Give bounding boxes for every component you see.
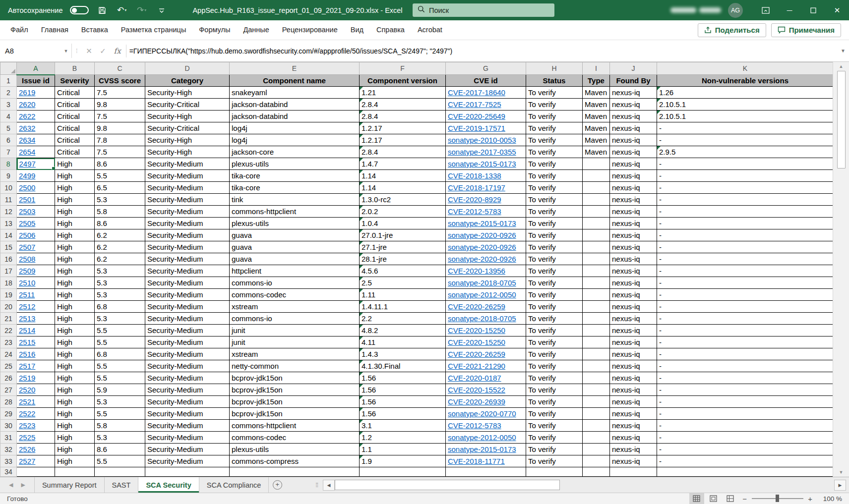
component-name-cell[interactable]: commons-io <box>230 313 360 325</box>
type-cell[interactable]: Maven <box>583 87 610 99</box>
minimize-button[interactable]: ─ <box>778 0 801 20</box>
sheet-tab-2[interactable]: SCA Security <box>138 477 198 493</box>
found-by-cell[interactable]: nexus-iq <box>610 432 657 444</box>
autosave-toggle[interactable] <box>70 6 89 14</box>
category-cell[interactable]: Security-Medium <box>145 408 230 420</box>
component-version-cell[interactable]: 1.21 <box>360 87 446 99</box>
category-cell[interactable]: Security-Medium <box>145 301 230 313</box>
save-icon[interactable] <box>96 4 109 17</box>
row-header-31[interactable]: 31 <box>0 432 17 444</box>
cvss-score-cell[interactable]: 5.3 <box>95 194 145 206</box>
partial-cell[interactable] <box>55 467 95 477</box>
cvss-score-cell[interactable]: 9.8 <box>95 122 145 134</box>
cvss-score-cell[interactable]: 5.5 <box>95 360 145 372</box>
type-cell[interactable] <box>583 206 610 218</box>
non-vulnerable-versions-cell[interactable]: - <box>657 420 833 432</box>
cve-id-cell[interactable]: CVE-2020-15522 <box>446 384 526 396</box>
non-vulnerable-versions-cell[interactable]: - <box>657 396 833 408</box>
found-by-cell[interactable]: nexus-iq <box>610 158 657 170</box>
component-name-cell[interactable]: log4j <box>230 122 360 134</box>
search-box[interactable]: Поиск <box>413 3 554 17</box>
partial-cell[interactable] <box>610 467 657 477</box>
issue-id-link[interactable]: 2507 <box>19 243 35 251</box>
status-cell[interactable]: To verify <box>526 408 583 420</box>
cve-id-cell[interactable]: sonatype-2015-0173 <box>446 158 526 170</box>
issue-id-link[interactable]: 2497 <box>19 160 36 168</box>
table-header-cell[interactable]: Category <box>145 75 230 87</box>
type-cell[interactable] <box>583 277 610 289</box>
issue-id-cell[interactable]: 2497 <box>17 158 55 170</box>
cvss-score-cell[interactable]: 9.8 <box>95 99 145 111</box>
column-header-A[interactable]: A <box>17 62 55 75</box>
severity-cell[interactable]: High <box>55 301 95 313</box>
issue-id-link[interactable]: 2523 <box>19 421 35 430</box>
menu-tab-9[interactable]: Acrobat <box>411 20 449 40</box>
found-by-cell[interactable]: nexus-iq <box>610 444 657 455</box>
cve-link[interactable]: CVE-2020-15250 <box>448 338 505 346</box>
cve-id-cell[interactable]: sonatype-2015-0173 <box>446 218 526 229</box>
type-cell[interactable] <box>583 348 610 360</box>
component-name-cell[interactable]: tika-core <box>230 170 360 182</box>
issue-id-link[interactable]: 2519 <box>19 374 35 382</box>
non-vulnerable-versions-cell[interactable]: - <box>657 301 833 313</box>
issue-id-link[interactable]: 2506 <box>19 231 35 239</box>
menu-tab-2[interactable]: Вставка <box>75 20 115 40</box>
component-name-cell[interactable]: bcprov-jdk15on <box>230 396 360 408</box>
type-cell[interactable] <box>583 313 610 325</box>
type-cell[interactable]: Maven <box>583 122 610 134</box>
menu-tab-6[interactable]: Рецензирование <box>276 20 344 40</box>
issue-id-cell[interactable]: 2620 <box>17 99 55 111</box>
found-by-cell[interactable]: nexus-iq <box>610 396 657 408</box>
cve-link[interactable]: CVE-2020-8929 <box>448 195 501 204</box>
issue-id-cell[interactable]: 2503 <box>17 206 55 218</box>
partial-cell[interactable] <box>526 467 583 477</box>
issue-id-cell[interactable]: 2632 <box>17 122 55 134</box>
severity-cell[interactable]: Critical <box>55 99 95 111</box>
cve-link[interactable]: sonatype-2020-0926 <box>448 243 516 251</box>
issue-id-link[interactable]: 2654 <box>19 148 35 156</box>
status-cell[interactable]: To verify <box>526 229 583 241</box>
row-header-32[interactable]: 32 <box>0 444 17 455</box>
cvss-score-cell[interactable]: 7.8 <box>95 134 145 146</box>
component-version-cell[interactable]: 1.4.3 <box>360 348 446 360</box>
component-name-cell[interactable]: junit <box>230 325 360 336</box>
row-header-2[interactable]: 2 <box>0 87 17 99</box>
cve-id-cell[interactable]: CVE-2020-13956 <box>446 265 526 277</box>
cve-id-cell[interactable]: CVE-2012-5783 <box>446 206 526 218</box>
cve-id-cell[interactable]: sonatype-2020-0770 <box>446 408 526 420</box>
component-name-cell[interactable]: plexus-utils <box>230 158 360 170</box>
cvss-score-cell[interactable]: 5.3 <box>95 432 145 444</box>
non-vulnerable-versions-cell[interactable]: - <box>657 432 833 444</box>
status-cell[interactable]: To verify <box>526 301 583 313</box>
found-by-cell[interactable]: nexus-iq <box>610 99 657 111</box>
fill-handle[interactable] <box>52 167 55 170</box>
scroll-left-icon[interactable]: ◀ <box>323 480 335 491</box>
cve-link[interactable]: CVE-2018-1338 <box>448 171 501 180</box>
cve-id-cell[interactable]: CVE-2020-0187 <box>446 372 526 384</box>
row-header-7[interactable]: 7 <box>0 146 17 158</box>
status-cell[interactable]: To verify <box>526 432 583 444</box>
type-cell[interactable] <box>583 218 610 229</box>
cve-link[interactable]: sonatype-2012-0050 <box>448 433 516 442</box>
zoom-level[interactable]: 100 % <box>823 495 842 503</box>
menu-tab-3[interactable]: Разметка страницы <box>115 20 193 40</box>
category-cell[interactable]: Security-Medium <box>145 420 230 432</box>
status-cell[interactable]: To verify <box>526 241 583 253</box>
issue-id-cell[interactable]: 2511 <box>17 289 55 301</box>
severity-cell[interactable]: High <box>55 182 95 194</box>
non-vulnerable-versions-cell[interactable]: - <box>657 336 833 348</box>
row-header-18[interactable]: 18 <box>0 277 17 289</box>
issue-id-link[interactable]: 2517 <box>19 362 35 370</box>
column-header-G[interactable]: G <box>446 62 526 75</box>
column-header-F[interactable]: F <box>360 62 446 75</box>
cve-id-cell[interactable]: CVE-2018-11771 <box>446 455 526 467</box>
issue-id-cell[interactable]: 2507 <box>17 241 55 253</box>
type-cell[interactable]: Maven <box>583 134 610 146</box>
type-cell[interactable] <box>583 158 610 170</box>
non-vulnerable-versions-cell[interactable]: 1.26 <box>657 87 833 99</box>
type-cell[interactable] <box>583 182 610 194</box>
type-cell[interactable] <box>583 301 610 313</box>
partial-cell[interactable] <box>657 467 833 477</box>
category-cell[interactable]: Security-Medium <box>145 313 230 325</box>
cve-id-cell[interactable]: sonatype-2020-0926 <box>446 241 526 253</box>
